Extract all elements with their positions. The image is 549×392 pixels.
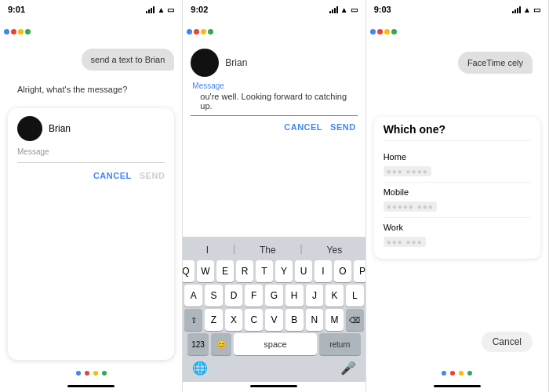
bottom-dots-3 [366,365,548,382]
send-button-1[interactable]: SEND [140,171,165,180]
wifi-icon-3: ▲ [523,5,531,14]
status-bar-2: 9:02 ▲ ▭ [183,0,365,17]
option-work-label: Work [384,223,531,232]
assistant-logo-3 [374,22,393,41]
assistant-logo-1 [8,22,27,41]
microphone-icon[interactable]: 🎤 [340,361,356,376]
phone-panel-2: 9:02 ▲ ▭ Brian Message ou're well. Looki… [183,0,365,392]
key-space[interactable]: space [234,333,317,355]
message-card-1: Brian Message CANCEL SEND [8,108,174,360]
key-emoji[interactable]: 😊 [211,333,231,355]
contact-name-1: Brian [49,123,71,134]
key-x[interactable]: X [225,309,243,331]
time-1: 9:01 [8,5,25,14]
dot-blue-1 [76,371,81,376]
key-return[interactable]: return [319,333,361,355]
suggestion-1[interactable]: I [200,243,215,257]
home-indicator-3 [434,385,481,387]
dot-green-1 [102,371,107,376]
assistant-bubble-1: Alright, what's the message? [8,78,136,100]
dot-yellow-3 [459,371,464,376]
contact-avatar-1 [17,116,42,141]
key-shift[interactable]: ⇧ [184,309,202,331]
key-l[interactable]: L [346,285,364,307]
option-mobile-label: Mobile [384,187,531,197]
key-y[interactable]: Y [275,260,293,282]
globe-icon[interactable]: 🌐 [192,361,208,376]
home-indicator-2 [250,385,297,387]
panel2-contact-name: Brian [225,57,247,68]
key-v[interactable]: V [265,309,283,331]
contact-option-mobile[interactable]: Mobile ●●●●● ●●● [384,183,531,218]
cancel-button-1[interactable]: CANCEL [93,171,132,180]
key-m[interactable]: M [325,309,344,331]
key-k[interactable]: K [325,285,344,307]
suggestion-2[interactable]: The [253,243,282,257]
key-a[interactable]: A [184,285,202,307]
kb-row-3: ⇧ Z X C V B N M ⌫ [184,309,363,331]
key-o[interactable]: O [334,260,351,282]
key-d[interactable]: D [225,285,243,307]
word-suggestions: I | The | Yes [184,240,363,260]
phone-panel-1: 9:01 ▲ ▭ send a text to Brian Alright, w… [0,0,183,392]
message-input-1[interactable] [17,159,165,163]
status-icons-3: ▲ ▭ [512,5,540,14]
panel2-contact-row: Brian [183,44,365,82]
which-one-card: Which one? Home ●●● ●●●● Mobile ●●●●● ●●… [374,117,540,259]
phone-panel-3: 9:03 ▲ ▭ FaceTime cely Which one? Home ●… [366,0,549,392]
option-mobile-number: ●●●●● ●●● [384,201,437,212]
cancel-button-3[interactable]: Cancel [482,332,533,352]
battery-icon-2: ▭ [351,5,358,14]
signal-icon-2 [329,6,338,13]
panel2-avatar [191,49,219,77]
keyboard: I | The | Yes Q W E R T Y U I O P A S D … [183,237,365,382]
card-actions-1: CANCEL SEND [17,171,165,180]
key-h[interactable]: H [285,285,304,307]
time-3: 9:03 [374,5,391,14]
wifi-icon: ▲ [157,5,165,14]
key-s[interactable]: S [205,285,223,307]
dot-yellow-1 [93,371,98,376]
battery-icon: ▭ [167,5,174,14]
assistant-logo-2 [191,22,209,41]
key-i[interactable]: I [314,260,332,282]
key-r[interactable]: R [236,260,253,282]
key-e[interactable]: E [216,260,234,282]
key-z[interactable]: Z [205,309,223,331]
key-q[interactable]: Q [183,260,195,282]
bottom-dots-1 [0,365,182,382]
contact-option-work[interactable]: Work ●●● ●●● [384,218,531,252]
send-button-2[interactable]: SEND [330,122,356,132]
suggestion-3[interactable]: Yes [321,243,349,257]
key-123[interactable]: 123 [187,333,208,355]
panel2-field-label: Message [183,82,365,90]
key-u[interactable]: U [295,260,312,282]
contact-option-home[interactable]: Home ●●● ●●●● [384,147,531,183]
wifi-icon-2: ▲ [340,5,348,14]
kb-row-1: Q W E R T Y U I O P [184,260,363,282]
home-indicator-1 [67,385,115,387]
option-home-label: Home [384,152,531,162]
option-home-number: ●●● ●●●● [384,166,431,176]
key-g[interactable]: G [265,285,283,307]
key-t[interactable]: T [256,260,273,282]
panel2-message-text[interactable]: ou're well. Looking forward to catching … [191,90,357,116]
key-n[interactable]: N [306,309,324,331]
dot-green-3 [467,371,472,376]
dot-blue-3 [442,371,446,376]
key-backspace[interactable]: ⌫ [346,309,364,331]
signal-icon [146,6,155,13]
key-j[interactable]: J [306,285,324,307]
key-c[interactable]: C [245,309,263,331]
cancel-button-2[interactable]: CANCEL [284,122,322,132]
key-w[interactable]: W [197,260,214,282]
key-p[interactable]: P [354,260,366,282]
key-b[interactable]: B [285,309,304,331]
kb-row-4: 123 😊 space return [184,333,363,355]
kb-row-2: A S D F G H J K L [184,285,363,307]
key-f[interactable]: F [245,285,263,307]
time-2: 9:02 [191,5,208,14]
facetime-bubble: FaceTime cely [458,52,533,74]
signal-icon-3 [512,6,521,13]
status-icons-2: ▲ ▭ [329,5,358,14]
